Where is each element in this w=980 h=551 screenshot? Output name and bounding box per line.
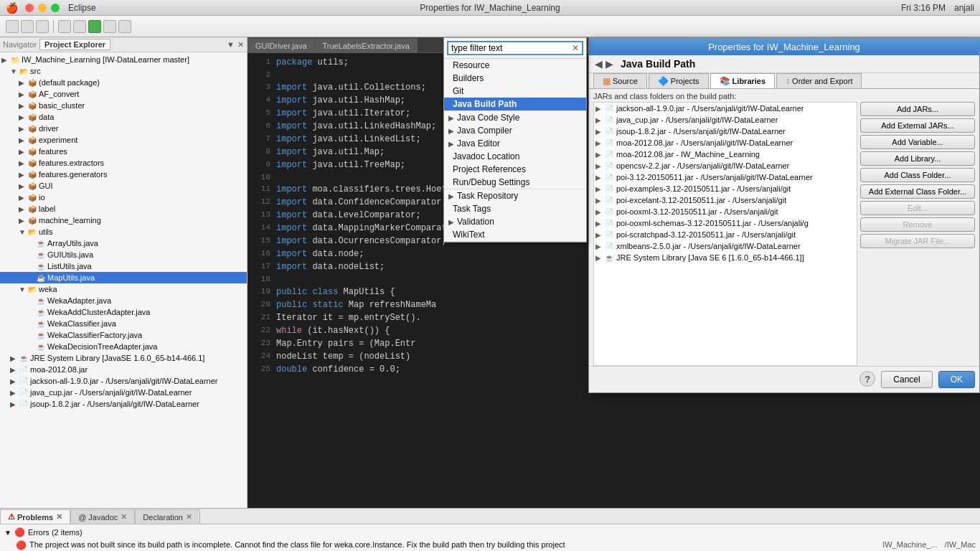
declaration-close-icon[interactable]: ✕	[186, 512, 192, 522]
sidebar-item-map-utils[interactable]: ☕ MapUtils.java	[0, 272, 247, 283]
minimize-sidebar-icon[interactable]: ▼	[227, 40, 235, 49]
menu-item-validation[interactable]: ▶ Validation	[444, 215, 586, 228]
jar-item-moa-2[interactable]: ▶ 📄 moa-2012.08.jar - IW_Machine_Learnin…	[594, 149, 857, 160]
sidebar-item-feat-ext[interactable]: ▶ 📦 features.extractors	[0, 157, 247, 169]
jar-list[interactable]: ▶ 📄 jackson-all-1.9.0.jar - /Users/anjal…	[593, 102, 857, 366]
sidebar-item-default-pkg[interactable]: ▶ 📦 (default package)	[0, 77, 247, 88]
close-sidebar-icon[interactable]: ✕	[237, 40, 244, 50]
sidebar-item-gui-utils[interactable]: ☕ GUIUtils.java	[0, 249, 247, 260]
tree-item-root[interactable]: ▶ 📁 IW_Machine_Learning [IW-DataLearner …	[0, 54, 247, 65]
menu-item-java-code-style[interactable]: ▶ Java Code Style	[444, 111, 586, 124]
sidebar-item-java-cup[interactable]: ▶ 📄 java_cup.jar - /Users/anjali/git/IW-…	[0, 387, 247, 398]
tab-javadoc[interactable]: @ Javadoc ✕	[70, 509, 135, 524]
tab-projects[interactable]: 🔷 Projects	[649, 73, 709, 88]
jar-item-jackson[interactable]: ▶ 📄 jackson-all-1.9.0.jar - /Users/anjal…	[594, 103, 857, 114]
menu-item-task-tags[interactable]: Task Tags	[444, 202, 586, 215]
sidebar-item-gui[interactable]: ▶ 📦 GUI	[0, 180, 247, 192]
sidebar-item-weka[interactable]: ▼ 📂 weka	[0, 283, 247, 295]
menu-item-builders[interactable]: Builders	[444, 72, 586, 85]
tab-libraries[interactable]: 📚 Libraries	[710, 73, 775, 88]
tab-source[interactable]: ▦ Source	[593, 73, 647, 88]
sidebar-item-src[interactable]: ▼ 📂 src	[0, 65, 247, 77]
sidebar-item-label[interactable]: ▶ 📦 label	[0, 203, 247, 215]
add-jars-button[interactable]: Add JARs...	[860, 102, 975, 116]
menu-item-task-repo[interactable]: ▶ Task Repository	[444, 189, 586, 202]
jar-item-java-cup[interactable]: ▶ 📄 java_cup.jar - /Users/anjali/git/IW-…	[594, 114, 857, 126]
remove-button[interactable]: Remove	[860, 217, 975, 232]
navigator-tab[interactable]: Navigator	[3, 40, 37, 49]
toolbar-btn-3[interactable]	[36, 20, 49, 33]
menu-item-javadoc[interactable]: Javadoc Location	[444, 150, 586, 163]
sidebar-item-list-utils[interactable]: ☕ ListUtils.java	[0, 260, 247, 272]
sidebar-item-utils[interactable]: ▼ 📂 utils	[0, 226, 247, 237]
toolbar-btn-2[interactable]	[21, 20, 34, 33]
tab-declaration[interactable]: Declaration ✕	[135, 509, 200, 524]
menu-item-java-editor[interactable]: ▶ Java Editor	[444, 137, 586, 150]
jar-item-poi-excelant[interactable]: ▶ 📄 poi-excelant-3.12-20150511.jar - /Us…	[594, 194, 857, 206]
run-button[interactable]	[88, 20, 101, 33]
menu-item-git[interactable]: Git	[444, 85, 586, 98]
props-forward-icon[interactable]: ▶	[606, 58, 613, 70]
project-explorer-tab[interactable]: Project Explorer	[39, 39, 110, 50]
jar-item-xmlbeans[interactable]: ▶ 📄 xmlbeans-2.5.0.jar - /Users/anjali/g…	[594, 240, 857, 252]
sidebar-item-af[interactable]: ▶ 📦 AF_convert	[0, 88, 247, 100]
sidebar-item-array-utils[interactable]: ☕ ArrayUtils.java	[0, 237, 247, 249]
help-icon[interactable]: ?	[859, 371, 875, 387]
minimize-button[interactable]	[38, 4, 47, 12]
filter-input[interactable]	[451, 43, 572, 53]
tab-truelabels[interactable]: TrueLabelsExtractor.java	[315, 38, 418, 52]
add-class-folder-button[interactable]: Add Class Folder...	[860, 168, 975, 182]
sidebar-item-driver[interactable]: ▶ 📦 driver	[0, 123, 247, 134]
menu-item-run-debug[interactable]: Run/Debug Settings	[444, 176, 586, 189]
cancel-button[interactable]: Cancel	[881, 371, 932, 388]
menu-item-wikitext[interactable]: WikiText	[444, 228, 586, 241]
jar-item-jsoup[interactable]: ▶ 📄 jsoup-1.8.2.jar - /Users/anjali/git/…	[594, 126, 857, 137]
close-button[interactable]	[25, 4, 34, 12]
sidebar-item-jre[interactable]: ▶ ☕ JRE System Library [JavaSE 1.6.0_65-…	[0, 352, 247, 364]
add-external-jars-button[interactable]: Add External JARs...	[860, 118, 975, 133]
sidebar-item-moa[interactable]: ▶ 📄 moa-2012.08.jar	[0, 364, 247, 375]
jar-item-opencsv[interactable]: ▶ 📄 opencsv-2.2.jar - /Users/anjali/git/…	[594, 160, 857, 171]
jar-item-poi[interactable]: ▶ 📄 poi-3.12-20150511.jar - /Users/anjal…	[594, 171, 857, 183]
menu-item-java-compiler[interactable]: ▶ Java Compiler	[444, 124, 586, 137]
toolbar-btn-4[interactable]	[58, 20, 71, 33]
errors-section-header[interactable]: ▼ 🔴 Errors (2 items)	[1, 526, 979, 539]
add-library-button[interactable]: Add Library...	[860, 151, 975, 166]
tab-guidriver[interactable]: GUIDriver.java	[248, 38, 315, 52]
problems-close-icon[interactable]: ✕	[56, 512, 62, 522]
sidebar-item-io[interactable]: ▶ 📦 io	[0, 192, 247, 203]
sidebar-item-experiment[interactable]: ▶ 📦 experiment	[0, 134, 247, 146]
jar-item-poi-scratchpad[interactable]: ▶ 📄 poi-scratchpad-3.12-20150511.jar - /…	[594, 229, 857, 240]
sidebar-item-data[interactable]: ▶ 📦 data	[0, 111, 247, 123]
jar-item-poi-examples[interactable]: ▶ 📄 poi-examples-3.12-20150511.jar - /Us…	[594, 183, 857, 194]
sidebar-item-weka-add[interactable]: ☕ WekaAddClusterAdapter.java	[0, 306, 247, 318]
toolbar-btn-6[interactable]	[103, 20, 116, 33]
props-back-icon[interactable]: ◀	[595, 58, 603, 70]
ok-button[interactable]: OK	[938, 371, 975, 388]
toolbar-btn-5[interactable]	[73, 20, 86, 33]
jar-item-poi-ooxml-schemas[interactable]: ▶ 📄 poi-ooxml-schemas-3.12-20150511.jar …	[594, 217, 857, 229]
sidebar-item-ml[interactable]: ▶ 📦 machine_learning	[0, 215, 247, 226]
tab-problems[interactable]: ⚠ Problems ✕	[0, 509, 70, 524]
sidebar-item-basic[interactable]: ▶ 📦 basic_cluster	[0, 100, 247, 111]
maximize-button[interactable]	[51, 4, 60, 12]
jar-item-jre[interactable]: ▶ ☕ JRE System Library [Java SE 6 [1.6.0…	[594, 252, 857, 263]
migrate-jar-button[interactable]: Migrate JAR File...	[860, 234, 975, 248]
sidebar-item-weka-cls[interactable]: ☕ WekaClassifier.java	[0, 318, 247, 329]
sidebar-item-jackson[interactable]: ▶ 📄 jackson-all-1.9.0.jar - /Users/anjal…	[0, 375, 247, 387]
javadoc-close-icon[interactable]: ✕	[121, 512, 127, 522]
toolbar-btn-1[interactable]	[6, 20, 19, 33]
sidebar-item-weka-dt[interactable]: ☕ WekaDecisionTreeAdapter.java	[0, 341, 247, 352]
add-variable-button[interactable]: Add Variable...	[860, 135, 975, 149]
clear-search-icon[interactable]: ✕	[572, 43, 579, 53]
tab-order-export[interactable]: ↕ Order and Export	[776, 73, 862, 88]
menu-item-project-refs[interactable]: Project References	[444, 163, 586, 176]
sidebar-item-features[interactable]: ▶ 📦 features	[0, 146, 247, 157]
add-external-class-folder-button[interactable]: Add External Class Folder...	[860, 184, 975, 199]
edit-button[interactable]: Edit...	[860, 201, 975, 215]
menu-item-java-build-path[interactable]: Java Build Path	[444, 98, 586, 110]
menu-item-resource[interactable]: Resource	[444, 59, 586, 72]
sidebar-item-jsoup[interactable]: ▶ 📄 jsoup-1.8.2.jar - /Users/anjali/git/…	[0, 398, 247, 410]
sidebar-item-weka-adapter[interactable]: ☕ WekaAdapter.java	[0, 295, 247, 306]
sidebar-item-weka-cls-factory[interactable]: ☕ WekaClassifierFactory.java	[0, 329, 247, 341]
